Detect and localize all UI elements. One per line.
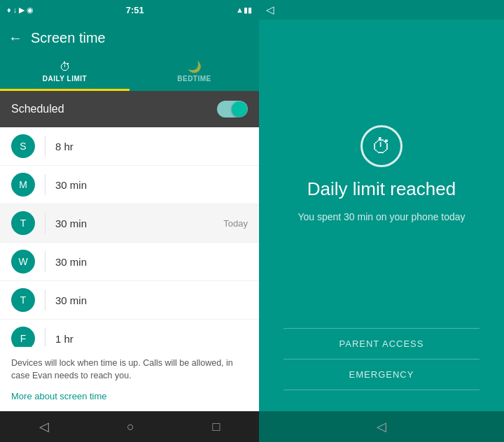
day-row-monday[interactable]: M 30 min bbox=[0, 166, 259, 204]
limit-content: ⏱ Daily limit reached You spent 30 min o… bbox=[284, 20, 479, 328]
action-divider-bottom bbox=[284, 390, 479, 390]
day-tag-today: Today bbox=[223, 218, 248, 229]
battery-icon: ▲▮▮ bbox=[236, 6, 252, 15]
nav-back-btn[interactable]: ◁ bbox=[39, 419, 49, 434]
emergency-button[interactable]: EMERGENCY bbox=[335, 359, 428, 390]
day-avatar-m: M bbox=[11, 173, 35, 197]
day-separator bbox=[45, 290, 46, 311]
day-separator bbox=[45, 328, 46, 347]
toolbar: ← Screen time bbox=[0, 20, 259, 56]
more-about-link[interactable]: More about screen time bbox=[0, 387, 259, 411]
tab-underline bbox=[0, 89, 130, 91]
day-avatar-f: F bbox=[11, 327, 35, 347]
status-bar-left: ♦ ↓ ▶ ◉ 7:51 ▲▮▮ bbox=[0, 0, 259, 20]
back-button[interactable]: ← bbox=[8, 30, 22, 46]
toggle-knob bbox=[232, 101, 247, 117]
day-avatar-s1: S bbox=[11, 134, 35, 158]
left-panel: ♦ ↓ ▶ ◉ 7:51 ▲▮▮ ← Screen time ⏱ DAILY L… bbox=[0, 0, 259, 442]
bedtime-label: BEDTIME bbox=[177, 75, 211, 83]
scheduled-label: Scheduled bbox=[11, 103, 64, 115]
notification-icons: ♦ ↓ ▶ ◉ bbox=[7, 6, 34, 15]
parent-access-button[interactable]: PARENT ACCESS bbox=[326, 329, 438, 359]
status-time: 7:51 bbox=[126, 5, 144, 15]
status-bar-right: ◁ bbox=[259, 0, 504, 20]
tab-daily-limit[interactable]: ⏱ DAILY LIMIT bbox=[0, 56, 130, 90]
nav-recents-btn[interactable]: □ bbox=[212, 420, 220, 434]
timer-icon: ⏱ bbox=[372, 135, 391, 158]
day-separator bbox=[45, 174, 46, 195]
timer-icon-container: ⏱ bbox=[360, 125, 402, 167]
right-actions: PARENT ACCESS EMERGENCY bbox=[259, 328, 504, 390]
limit-title: Daily limit reached bbox=[307, 178, 456, 200]
bottom-nav-right: ◁ bbox=[259, 411, 504, 442]
nav-back-right[interactable]: ◁ bbox=[377, 419, 386, 434]
day-row-thursday[interactable]: T 30 min bbox=[0, 281, 259, 320]
status-icons-left: ♦ ↓ ▶ ◉ bbox=[7, 6, 34, 15]
day-row-sunday[interactable]: S 8 hr bbox=[0, 127, 259, 166]
daily-limit-icon: ⏱ bbox=[59, 61, 71, 73]
day-row-tuesday[interactable]: T 30 min Today bbox=[0, 204, 259, 243]
day-time-t1: 30 min bbox=[55, 218, 223, 229]
day-separator bbox=[45, 251, 46, 272]
limit-subtitle: You spent 30 min on your phone today bbox=[298, 211, 465, 222]
bottom-nav-left: ◁ ○ □ bbox=[0, 411, 259, 442]
day-avatar-w: W bbox=[11, 250, 35, 273]
day-row-friday[interactable]: F 1 hr bbox=[0, 320, 259, 347]
day-avatar-t1: T bbox=[11, 211, 35, 235]
tabs-bar: ⏱ DAILY LIMIT 🌙 BEDTIME bbox=[0, 56, 259, 91]
signal-icons: ▲▮▮ bbox=[236, 6, 252, 15]
day-list: S 8 hr M 30 min T 30 min Today W 30 min … bbox=[0, 127, 259, 347]
day-separator bbox=[45, 213, 46, 234]
day-time-w: 30 min bbox=[55, 256, 248, 268]
scheduled-row: Scheduled bbox=[0, 91, 259, 127]
right-panel: ◁ ⏱ Daily limit reached You spent 30 min… bbox=[259, 0, 504, 442]
footer-text: Devices will lock when time is up. Calls… bbox=[0, 347, 259, 387]
day-row-wednesday[interactable]: W 30 min bbox=[0, 243, 259, 281]
tab-bedtime[interactable]: 🌙 BEDTIME bbox=[130, 56, 259, 90]
nav-home-btn[interactable]: ○ bbox=[127, 420, 134, 434]
bedtime-icon: 🌙 bbox=[188, 60, 202, 73]
day-time-t2: 30 min bbox=[55, 294, 248, 306]
day-time-m: 30 min bbox=[55, 179, 248, 191]
day-separator bbox=[45, 136, 46, 157]
status-back-right: ◁ bbox=[266, 3, 274, 16]
day-time-f: 1 hr bbox=[55, 333, 248, 345]
scheduled-toggle[interactable] bbox=[217, 101, 248, 117]
toolbar-title: Screen time bbox=[31, 30, 106, 46]
day-time-s1: 8 hr bbox=[55, 141, 248, 152]
day-avatar-t2: T bbox=[11, 288, 35, 312]
daily-limit-label: DAILY LIMIT bbox=[43, 75, 87, 83]
